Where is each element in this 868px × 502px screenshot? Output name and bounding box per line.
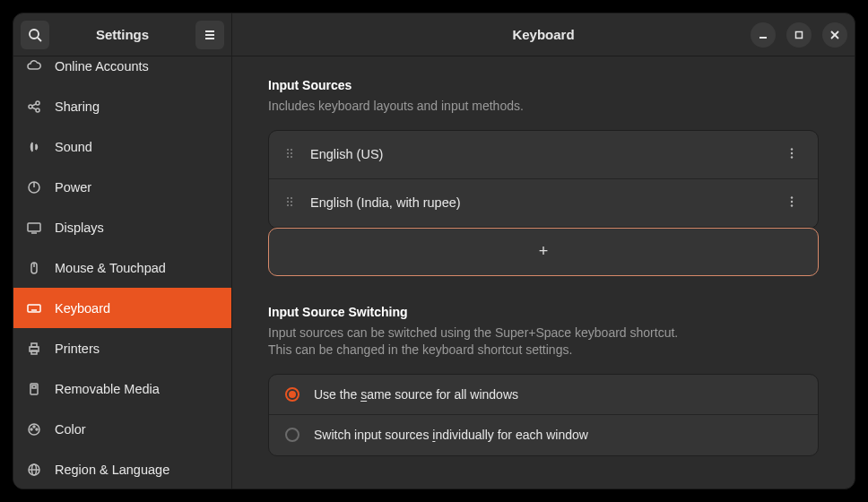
mouse-icon [26, 260, 42, 276]
switching-desc: Input sources can be switched using the … [268, 325, 819, 359]
close-icon [829, 30, 840, 40]
sidebar-item-region[interactable]: Region & Language [13, 449, 231, 489]
svg-point-48 [287, 201, 289, 203]
row-menu-button[interactable] [782, 192, 802, 214]
sidebar-item-label: Mouse & Touchpad [55, 261, 166, 275]
hamburger-menu-button[interactable] [195, 21, 224, 49]
input-sources-list: English (US)English (India, with rupee) [268, 130, 819, 229]
sidebar-item-power[interactable]: Power [13, 167, 231, 207]
sound-icon [26, 139, 42, 155]
sidebar[interactable]: Online AccountsSharingSoundPowerDisplays… [13, 56, 232, 489]
switching-option-label: Use the same source for all windows [314, 387, 518, 402]
sidebar-item-printers[interactable]: Printers [13, 328, 231, 368]
maximize-button[interactable] [786, 22, 812, 48]
sidebar-item-displays[interactable]: Displays [13, 207, 231, 247]
close-button[interactable] [822, 22, 847, 48]
minimize-button[interactable] [751, 22, 776, 48]
switching-option-label: Switch input sources individually for ea… [314, 428, 588, 442]
svg-rect-27 [31, 351, 37, 354]
switching-option[interactable]: Use the same source for all windows [269, 375, 818, 415]
input-sources-desc: Includes keyboard layouts and input meth… [268, 98, 819, 116]
add-input-source-button[interactable]: + [268, 228, 819, 276]
svg-point-54 [791, 204, 793, 206]
svg-point-53 [791, 200, 793, 202]
sidebar-item-label: Removable Media [55, 382, 160, 396]
sidebar-item-online-accounts[interactable]: Online Accounts [13, 56, 231, 86]
plus-icon: + [539, 242, 549, 261]
sidebar-item-sharing[interactable]: Sharing [13, 86, 231, 126]
svg-line-12 [32, 104, 36, 106]
input-source-label: English (India, with rupee) [310, 195, 782, 210]
svg-point-50 [287, 204, 289, 206]
color-icon [26, 421, 42, 437]
switching-options: Use the same source for all windowsSwitc… [268, 374, 819, 456]
svg-point-51 [291, 204, 292, 206]
svg-point-45 [791, 156, 793, 158]
svg-rect-6 [796, 31, 803, 38]
svg-point-0 [30, 30, 39, 39]
svg-point-33 [30, 428, 32, 430]
switching-option[interactable]: Switch input sources individually for ea… [269, 415, 818, 455]
titlebar-left: Settings [13, 13, 232, 56]
power-icon [26, 179, 42, 195]
radio-button[interactable] [285, 428, 299, 442]
sidebar-item-label: Printers [55, 342, 100, 356]
sidebar-list: Online AccountsSharingSoundPowerDisplays… [13, 56, 231, 489]
sidebar-item-label: Keyboard [55, 301, 110, 316]
main-panel[interactable]: Input Sources Includes keyboard layouts … [232, 56, 855, 489]
globe-icon [26, 462, 42, 478]
input-source-label: English (US) [310, 147, 782, 161]
drag-handle-icon[interactable] [285, 195, 294, 212]
section-switching: Input Source Switching Input sources can… [268, 305, 819, 456]
sidebar-item-label: Region & Language [55, 463, 169, 477]
window-controls [751, 22, 847, 48]
svg-point-46 [287, 197, 289, 199]
input-sources-title: Input Sources [268, 78, 819, 92]
sidebar-item-label: Color [55, 422, 86, 437]
sidebar-item-label: Online Accounts [55, 59, 149, 74]
svg-point-47 [291, 197, 292, 199]
sidebar-item-color[interactable]: Color [13, 409, 231, 449]
svg-point-10 [36, 101, 39, 105]
section-input-sources: Input Sources Includes keyboard layouts … [268, 78, 819, 276]
content: Online AccountsSharingSoundPowerDisplays… [13, 56, 855, 489]
titlebar-right: Keyboard [232, 13, 855, 56]
svg-point-44 [791, 151, 793, 153]
input-source-row[interactable]: English (India, with rupee) [269, 179, 818, 228]
sidebar-item-label: Sharing [55, 100, 100, 114]
svg-point-42 [291, 156, 292, 158]
sidebar-item-mouse[interactable]: Mouse & Touchpad [13, 247, 231, 288]
drag-handle-icon[interactable] [285, 146, 294, 163]
sidebar-item-removable[interactable]: Removable Media [13, 368, 231, 409]
minimize-icon [758, 30, 768, 40]
hamburger-icon [203, 28, 217, 42]
svg-rect-26 [31, 343, 37, 347]
cloud-icon [26, 58, 42, 74]
svg-point-11 [36, 108, 39, 112]
radio-button[interactable] [285, 387, 299, 402]
sidebar-item-label: Sound [55, 140, 92, 154]
search-icon [28, 28, 42, 42]
sidebar-item-keyboard[interactable]: Keyboard [13, 288, 231, 328]
svg-point-9 [29, 105, 32, 108]
search-button[interactable] [21, 21, 49, 49]
input-source-row[interactable]: English (US) [269, 131, 818, 179]
share-icon [26, 99, 42, 115]
maximize-icon [794, 30, 803, 39]
svg-point-41 [287, 156, 289, 158]
svg-rect-16 [28, 223, 40, 231]
svg-rect-20 [28, 305, 40, 312]
svg-point-43 [791, 148, 793, 150]
row-menu-button[interactable] [782, 143, 802, 166]
keyboard-icon [26, 300, 42, 316]
printer-icon [26, 341, 42, 357]
sidebar-item-sound[interactable]: Sound [13, 126, 231, 167]
switching-desc-line1: Input sources can be switched using the … [268, 325, 678, 340]
svg-rect-29 [32, 385, 36, 388]
sidebar-item-label: Displays [55, 221, 104, 235]
svg-point-32 [36, 428, 38, 430]
svg-point-40 [291, 152, 292, 154]
removable-icon [26, 381, 42, 397]
sidebar-item-label: Power [55, 180, 91, 195]
svg-point-37 [287, 149, 289, 151]
